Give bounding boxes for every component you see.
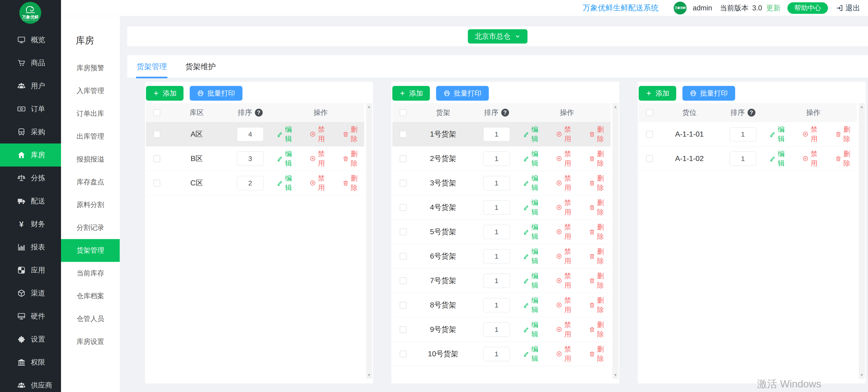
- delete-action[interactable]: 删除: [589, 320, 611, 339]
- delete-action[interactable]: 删除: [589, 198, 611, 217]
- row-checkbox[interactable]: [400, 204, 407, 211]
- scroll-down-icon[interactable]: ▼: [614, 373, 618, 378]
- delete-action[interactable]: 删除: [589, 174, 611, 192]
- scroll-down-icon[interactable]: ▼: [860, 373, 864, 378]
- delete-action[interactable]: 删除: [589, 296, 611, 314]
- sidebar-item-设置[interactable]: 设置: [0, 328, 61, 351]
- disable-action[interactable]: 禁用: [310, 149, 331, 168]
- delete-action[interactable]: 删除: [343, 149, 364, 168]
- sidebar-item-渠道[interactable]: 渠道: [0, 282, 61, 305]
- batch-print-button[interactable]: 批量打印: [436, 86, 489, 101]
- disable-action[interactable]: 禁用: [556, 125, 578, 144]
- row-checkbox[interactable]: [400, 277, 407, 284]
- delete-action[interactable]: 删除: [589, 222, 611, 241]
- sidebar-item-财务[interactable]: ¥财务: [0, 213, 61, 236]
- submenu-item-仓管人员[interactable]: 仓管人员: [61, 307, 120, 330]
- disable-action[interactable]: 禁用: [556, 344, 578, 363]
- disable-action[interactable]: 禁用: [556, 174, 578, 192]
- sidebar-item-硬件[interactable]: 硬件: [0, 305, 61, 328]
- scroll-up-icon[interactable]: ▲: [367, 104, 371, 109]
- sort-order-input[interactable]: [483, 298, 510, 312]
- edit-action[interactable]: 编辑: [770, 125, 791, 144]
- tab-货架维护[interactable]: 货架维护: [185, 55, 216, 78]
- sort-order-input[interactable]: [483, 274, 510, 288]
- submenu-item-库房预警[interactable]: 库房预警: [61, 57, 120, 80]
- row-checkbox[interactable]: [153, 155, 160, 162]
- submenu-item-原料分割[interactable]: 原料分割: [61, 193, 120, 216]
- scroll-down-icon[interactable]: ▼: [367, 373, 371, 378]
- edit-action[interactable]: 编辑: [523, 125, 545, 144]
- sort-order-input[interactable]: [237, 127, 264, 142]
- delete-action[interactable]: 删除: [835, 125, 857, 144]
- edit-action[interactable]: 编辑: [523, 344, 545, 363]
- user-avatar[interactable]: 万象优鲜: [674, 2, 687, 14]
- add-button[interactable]: 添加: [146, 86, 184, 101]
- warehouse-selector-button[interactable]: 北京市总仓: [468, 29, 527, 43]
- disable-action[interactable]: 禁用: [556, 198, 578, 217]
- edit-action[interactable]: 编辑: [523, 198, 545, 217]
- disable-action[interactable]: 禁用: [802, 125, 824, 144]
- delete-action[interactable]: 删除: [589, 125, 611, 144]
- delete-action[interactable]: 删除: [343, 125, 364, 144]
- system-title-link[interactable]: 万象优鲜生鲜配送系统: [583, 3, 658, 13]
- edit-action[interactable]: 编辑: [277, 125, 299, 144]
- delete-action[interactable]: 删除: [343, 174, 364, 192]
- batch-print-button[interactable]: 批量打印: [682, 86, 735, 101]
- edit-action[interactable]: 编辑: [523, 271, 545, 290]
- submenu-item-入库管理[interactable]: 入库管理: [61, 80, 120, 102]
- row-checkbox[interactable]: [646, 131, 653, 138]
- select-all-checkbox[interactable]: [400, 109, 407, 116]
- add-button[interactable]: 添加: [639, 86, 676, 101]
- disable-action[interactable]: 禁用: [556, 149, 578, 168]
- delete-action[interactable]: 删除: [835, 149, 857, 168]
- row-checkbox[interactable]: [400, 155, 407, 162]
- disable-action[interactable]: 禁用: [556, 247, 578, 266]
- sort-order-input[interactable]: [483, 249, 510, 264]
- row-checkbox[interactable]: [400, 229, 407, 235]
- delete-action[interactable]: 删除: [589, 271, 611, 290]
- sort-order-input[interactable]: [483, 176, 510, 190]
- select-all-checkbox[interactable]: [646, 109, 653, 116]
- submenu-item-货架管理[interactable]: 货架管理: [61, 239, 120, 262]
- row-checkbox[interactable]: [153, 131, 160, 138]
- help-question-icon[interactable]: ?: [748, 109, 755, 117]
- select-all-checkbox[interactable]: [153, 109, 160, 116]
- sidebar-item-订单[interactable]: 订单: [0, 97, 61, 120]
- sidebar-item-库房[interactable]: 库房: [0, 144, 61, 167]
- submenu-item-出库管理[interactable]: 出库管理: [61, 125, 120, 148]
- sidebar-item-分拣[interactable]: 分拣: [0, 167, 61, 189]
- row-checkbox[interactable]: [400, 326, 407, 333]
- sidebar-item-配送[interactable]: 配送: [0, 189, 61, 213]
- edit-action[interactable]: 编辑: [277, 149, 299, 168]
- disable-action[interactable]: 禁用: [556, 320, 578, 339]
- update-link[interactable]: 更新: [766, 3, 780, 13]
- add-button[interactable]: 添加: [392, 86, 430, 101]
- sidebar-item-商品[interactable]: 商品: [0, 51, 61, 74]
- tab-货架管理[interactable]: 货架管理: [136, 55, 167, 78]
- submenu-item-当前库存[interactable]: 当前库存: [61, 262, 120, 285]
- sort-order-input[interactable]: [483, 225, 510, 239]
- row-checkbox[interactable]: [400, 180, 407, 186]
- row-checkbox[interactable]: [400, 351, 407, 358]
- sort-order-input[interactable]: [730, 152, 756, 166]
- sort-order-input[interactable]: [483, 323, 510, 337]
- edit-action[interactable]: 编辑: [523, 247, 545, 266]
- table-scrollbar[interactable]: ▲▼: [859, 103, 865, 379]
- delete-action[interactable]: 删除: [589, 344, 611, 363]
- row-checkbox[interactable]: [646, 155, 653, 162]
- row-checkbox[interactable]: [400, 253, 407, 260]
- table-scrollbar[interactable]: ▲▼: [366, 103, 372, 379]
- row-checkbox[interactable]: [153, 180, 160, 186]
- disable-action[interactable]: 禁用: [310, 125, 331, 144]
- disable-action[interactable]: 禁用: [556, 222, 578, 241]
- sort-order-input[interactable]: [237, 152, 264, 166]
- sidebar-item-权限[interactable]: 权限: [0, 351, 61, 374]
- sidebar-item-报表[interactable]: 报表: [0, 236, 61, 259]
- submenu-item-库房设置[interactable]: 库房设置: [61, 330, 120, 353]
- sidebar-item-用户[interactable]: 用户: [0, 74, 61, 97]
- row-checkbox[interactable]: [400, 131, 407, 138]
- sidebar-item-供应商[interactable]: 供应商: [0, 374, 61, 392]
- submenu-item-报损报溢[interactable]: 报损报溢: [61, 148, 120, 171]
- disable-action[interactable]: 禁用: [556, 271, 578, 290]
- delete-action[interactable]: 删除: [589, 247, 611, 266]
